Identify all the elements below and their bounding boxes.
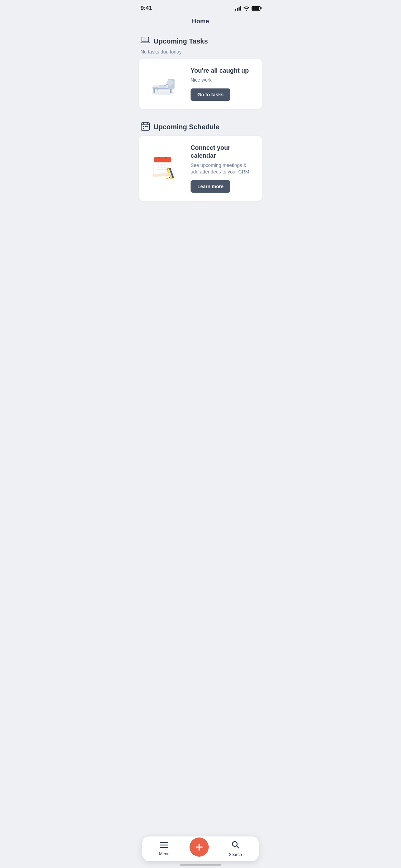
schedule-icon <box>141 121 150 133</box>
tasks-card-content: You're all caught up Nice work Go to tas… <box>191 67 255 101</box>
learn-more-button[interactable]: Learn more <box>191 180 230 193</box>
wifi-icon <box>243 6 250 11</box>
svg-rect-16 <box>143 126 144 127</box>
svg-rect-12 <box>153 85 158 87</box>
schedule-card-title: Connect your calendar <box>191 144 255 160</box>
calendar-illustration <box>146 153 184 184</box>
svg-point-30 <box>161 166 162 167</box>
schedule-card-content: Connect your calendar See upcoming meeti… <box>191 144 255 193</box>
page-title: Home <box>134 14 267 31</box>
tasks-card-title: You're all caught up <box>191 67 255 75</box>
signal-icon <box>235 6 241 11</box>
battery-icon <box>252 6 260 11</box>
svg-rect-15 <box>147 122 148 124</box>
status-bar: 9:41 <box>134 0 267 14</box>
svg-marker-33 <box>166 178 169 180</box>
svg-rect-11 <box>157 88 158 92</box>
svg-rect-19 <box>143 128 144 129</box>
upcoming-schedule-header: Upcoming Schedule <box>134 116 267 136</box>
svg-point-23 <box>158 157 160 158</box>
svg-point-31 <box>164 166 166 167</box>
upcoming-tasks-header: Upcoming Tasks <box>134 31 267 49</box>
svg-point-29 <box>158 166 159 167</box>
svg-rect-1 <box>143 38 147 41</box>
status-time: 9:41 <box>141 5 152 12</box>
go-to-tasks-button[interactable]: Go to tasks <box>191 88 230 101</box>
svg-rect-10 <box>153 88 154 92</box>
tasks-card: You're all caught up Nice work Go to tas… <box>139 59 262 109</box>
tasks-illustration <box>146 68 184 99</box>
svg-rect-22 <box>154 160 171 162</box>
svg-rect-18 <box>146 126 148 127</box>
upcoming-tasks-title: Upcoming Tasks <box>154 37 208 45</box>
upcoming-tasks-subtitle: No tasks due today <box>134 49 267 59</box>
svg-rect-17 <box>145 126 146 127</box>
svg-point-24 <box>165 157 167 158</box>
upcoming-schedule-title: Upcoming Schedule <box>154 123 219 131</box>
svg-rect-14 <box>143 122 144 124</box>
tasks-card-desc: Nice work <box>191 77 255 84</box>
tasks-icon <box>141 36 150 46</box>
svg-rect-6 <box>170 89 171 93</box>
schedule-card-desc: See upcoming meetings & add attendees to… <box>191 162 255 176</box>
status-icons <box>235 6 260 11</box>
schedule-card: Connect your calendar See upcoming meeti… <box>139 136 262 201</box>
